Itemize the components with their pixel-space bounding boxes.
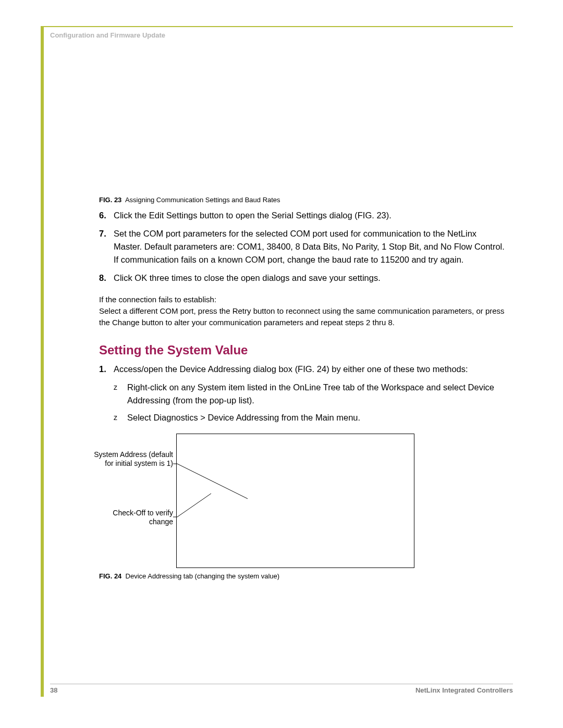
step-text: Click OK three times to close the open d…: [114, 272, 506, 285]
running-header: Configuration and Firmware Update: [50, 31, 165, 39]
step-6: 6. Click the Edit Settings button to ope…: [99, 209, 506, 222]
figure-23-number: FIG. 23: [99, 196, 121, 204]
footer-doc-title: NetLinx Integrated Controllers: [415, 686, 513, 694]
step-number: 1.: [99, 363, 114, 376]
bullet-icon: z: [114, 381, 127, 394]
figure-24-placeholder: [176, 434, 414, 568]
step-number: 8.: [99, 272, 114, 285]
figure-24-text: Device Addressing tab (changing the syst…: [126, 572, 280, 580]
figure-24-area: System Address (default for initial syst…: [99, 434, 506, 569]
step-8: 8. Click OK three times to close the ope…: [99, 272, 506, 285]
step-number: 7.: [99, 227, 114, 240]
troubleshoot-note: If the connection fails to establish: Se…: [99, 294, 506, 328]
sub-bullet-text: Right-click on any System item listed in…: [127, 381, 506, 407]
sub-bullet-2: z Select Diagnostics > Device Addressing…: [114, 411, 506, 424]
troubleshoot-line-2: Select a different COM port, press the R…: [99, 305, 506, 328]
bullet-icon: z: [114, 411, 127, 424]
sub-bullet-text: Select Diagnostics > Device Addressing f…: [127, 411, 506, 424]
step-text: Access/open the Device Addressing dialog…: [114, 363, 506, 376]
figure-24-caption: FIG. 24 Device Addressing tab (changing …: [99, 572, 506, 580]
top-accent-rule: [44, 26, 513, 27]
callout-check-off: Check-Off to verify change: [94, 509, 173, 526]
sub-bullet-list: z Right-click on any System item listed …: [114, 381, 506, 424]
steps-list-section: 1. Access/open the Device Addressing dia…: [99, 363, 506, 376]
page-footer: 38 NetLinx Integrated Controllers: [50, 684, 513, 696]
steps-list-top: 6. Click the Edit Settings button to ope…: [99, 209, 506, 285]
figure-23-text: Assigning Communication Settings and Bau…: [125, 196, 280, 204]
troubleshoot-line-1: If the connection fails to establish:: [99, 294, 506, 305]
page-number: 38: [50, 686, 57, 694]
sub-bullet-1: z Right-click on any System item listed …: [114, 381, 506, 407]
step-1: 1. Access/open the Device Addressing dia…: [99, 363, 506, 376]
document-page: Configuration and Firmware Update FIG. 2…: [0, 0, 563, 728]
step-7: 7. Set the COM port parameters for the s…: [99, 227, 506, 266]
section-heading: Setting the System Value: [99, 343, 506, 357]
step-text: Set the COM port parameters for the sele…: [114, 227, 506, 266]
left-accent-bar: [41, 26, 44, 697]
step-text: Click the Edit Settings button to open t…: [114, 209, 506, 222]
figure-24-number: FIG. 24: [99, 572, 121, 580]
callout-system-address: System Address (default for initial syst…: [94, 450, 173, 468]
main-content: FIG. 23 Assigning Communication Settings…: [99, 194, 506, 585]
step-number: 6.: [99, 209, 114, 222]
figure-23-caption: FIG. 23 Assigning Communication Settings…: [99, 196, 506, 204]
